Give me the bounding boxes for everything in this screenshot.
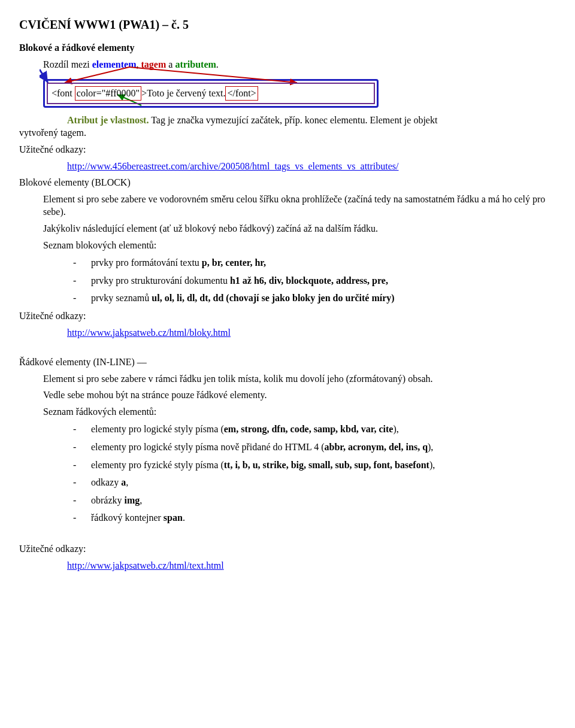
inline-elements-list: elementy pro logické styly písma (em, st… <box>19 423 556 524</box>
attr-lead: Atribut je vlastnost. <box>67 115 149 125</box>
li-text: elementy pro logické styly písma nově př… <box>91 442 325 452</box>
list-item: prvky seznamů ul, ol, li, dl, dt, dd (ch… <box>67 292 556 305</box>
link-jakpsatweb-bloky[interactable]: http://www.jakpsatweb.cz/html/bloky.html <box>67 327 231 338</box>
intro-end: . <box>216 59 219 69</box>
li-post: , <box>126 477 128 487</box>
intro-sep2: a <box>166 59 175 69</box>
intro-line: Rozdíl mezi elementem, tagem a atributem… <box>43 58 556 71</box>
link-jakpsatweb-text[interactable]: http://www.jakpsatweb.cz/html/text.html <box>67 560 224 571</box>
li-bold: em, strong, dfn, code, samp, kbd, var, c… <box>224 424 394 434</box>
inline-p3: Seznam řádkových elementů: <box>43 405 556 418</box>
section-heading-block-inline: Blokové a řádkové elementy <box>19 41 556 54</box>
li-bold: img <box>125 495 140 505</box>
li-post: ), <box>429 460 435 470</box>
li-bold: span <box>164 512 183 523</box>
list-item: elementy pro logické styly písma nově př… <box>67 441 556 454</box>
li-text: prvky pro strukturování dokumentu <box>91 275 230 286</box>
useful-links-label-3: Užitečné odkazy: <box>19 542 556 556</box>
code-open-tag-close: > <box>141 88 147 98</box>
code-open-tag: <font <box>52 88 75 98</box>
inline-p2: Vedle sebe mohou být na stránce pouze řá… <box>43 389 556 402</box>
paragraph-attr-explain: Atribut je vlastnost. Tag je značka vyme… <box>19 114 556 139</box>
li-post: ), <box>428 442 433 452</box>
li-bold: p, br, center, hr, <box>202 257 266 268</box>
block-p3: Seznam blokových elementů: <box>43 239 556 252</box>
list-item: řádkový kontejner span. <box>67 511 556 524</box>
li-text: elementy pro fyzické styly písma ( <box>91 460 224 470</box>
intro-text: Rozdíl mezi <box>43 59 92 69</box>
list-item: prvky pro strukturování dokumentu h1 až … <box>67 274 556 287</box>
li-text: odkazy <box>91 477 121 487</box>
link-456bereastreet[interactable]: http://www.456bereastreet.com/archive/20… <box>67 161 399 171</box>
attr-rest2: vytvořený tagem. <box>19 128 86 138</box>
intro-sep: , <box>137 59 141 69</box>
block-elements-list: prvky pro formátování textu p, br, cente… <box>19 256 556 305</box>
li-bold: h1 až h6, div, blockquote, address, pre, <box>230 275 388 286</box>
list-item: elementy pro fyzické styly písma (tt, i,… <box>67 459 556 472</box>
block-p1: Element si pro sebe zabere ve vodorovném… <box>43 193 556 219</box>
li-bold: ul, ol, li, dl, dt, dd (chovají se jako … <box>152 293 394 303</box>
list-item: odkazy a, <box>67 476 556 489</box>
attr-rest: Tag je značka vymezující začátek, příp. … <box>151 115 437 125</box>
code-attribute-box: color="#ff0000" <box>75 86 141 101</box>
inline-elements-heading: Řádkové elementy (IN-LINE) –– <box>19 356 556 369</box>
li-text: obrázky <box>91 495 125 505</box>
li-post: , <box>140 495 142 505</box>
block-p2: Jakýkoliv následující element (ať už blo… <box>43 222 556 235</box>
page-title: CVIČENÍ WWW1 (PWA1) – č. 5 <box>19 17 556 33</box>
li-post: . <box>183 512 185 523</box>
code-example-box: <font color="#ff0000">Toto je červený te… <box>43 79 379 108</box>
li-bold: tt, i, b, u, strike, big, small, sub, su… <box>224 460 429 470</box>
list-item: obrázky img, <box>67 494 556 507</box>
li-text: elementy pro logické styly písma ( <box>91 424 224 434</box>
inline-p1: Element si pro sebe zabere v rámci řádku… <box>43 372 556 386</box>
list-item: elementy pro logické styly písma (em, st… <box>67 423 556 436</box>
li-text: prvky seznamů <box>91 293 152 303</box>
useful-links-label-2: Užitečné odkazy: <box>19 310 556 323</box>
block-elements-heading: Blokové elementy (BLOCK) <box>19 176 556 189</box>
li-bold: a <box>121 477 126 487</box>
useful-links-label-1: Užitečné odkazy: <box>19 143 556 156</box>
li-post: ), <box>393 424 398 434</box>
li-text: řádkový kontejner <box>91 512 164 523</box>
li-text: prvky pro formátování textu <box>91 257 202 268</box>
word-elementem: elementem <box>92 59 137 69</box>
list-item: prvky pro formátování textu p, br, cente… <box>67 256 556 269</box>
code-close-tag-box: </font> <box>225 86 258 101</box>
word-tagem: tagem <box>141 59 167 69</box>
li-bold: abbr, acronym, del, ins, q <box>325 442 428 452</box>
code-text-content: Toto je červený text. <box>147 88 225 98</box>
word-atributem: atributem <box>175 59 216 69</box>
